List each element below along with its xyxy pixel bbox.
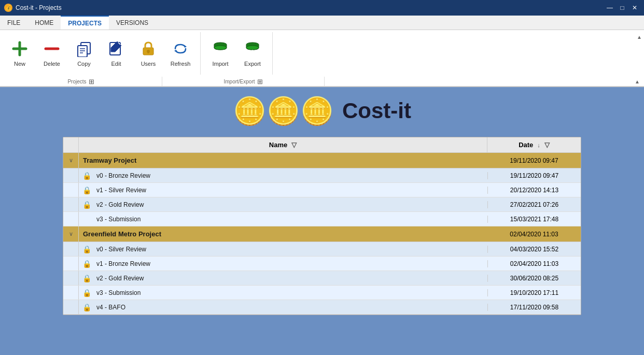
main-area: 🪙🪙🪙 Cost-it Name ▽ Date ↓ ▽ ∨ Tramway Pr… [0, 87, 644, 354]
import-button[interactable]: Import [205, 37, 236, 70]
ribbon-group-importexport: Import Export [201, 32, 273, 75]
table-row[interactable]: 🔒 v2 - Gold Review 30/06/2020 08:25 [63, 271, 581, 286]
export-icon [244, 40, 261, 59]
logo-icon: 🪙🪙🪙 [233, 97, 334, 124]
ribbon: New Delete [0, 30, 644, 87]
table-row[interactable]: 🔒 v1 - Silver Review 20/12/2020 14:13 [63, 183, 581, 197]
edit-icon [108, 40, 124, 59]
import-icon [212, 40, 229, 59]
table-row[interactable]: 🔒 v0 - Silver Review 04/03/2020 15:52 [63, 242, 581, 257]
gf-v2-name: v2 - Gold Review [94, 275, 487, 282]
greenfield-date: 02/04/2020 11:03 [487, 231, 581, 238]
lock-icon: 🔒 [79, 201, 94, 209]
maximize-button[interactable]: □ [617, 3, 627, 13]
table-row[interactable]: 🔒 v1 - Bronze Review 02/04/2020 11:03 [63, 257, 581, 271]
gf-v1-expand [63, 257, 79, 271]
svg-marker-21 [250, 50, 255, 52]
v3-expand [63, 212, 79, 226]
delete-label: Delete [44, 61, 60, 67]
title-bar-text: Cost-it - Projects [16, 4, 62, 11]
gf-v3-name: v3 - Submission [94, 289, 487, 296]
tramway-v3-date: 15/03/2021 17:48 [487, 216, 581, 223]
refresh-icon [172, 40, 189, 59]
ribbon-footer-importexport-expand[interactable]: ⊞ [257, 78, 263, 86]
table-header: Name ▽ Date ↓ ▽ [63, 137, 581, 153]
lock-icon: 🔒 [79, 274, 94, 282]
gf-v3-date: 19/10/2020 17:11 [487, 289, 581, 296]
table-row[interactable]: v3 - Submission 15/03/2021 17:48 [63, 212, 581, 226]
tramway-expand[interactable]: ∨ [63, 153, 79, 168]
import-label: Import [212, 61, 228, 67]
gf-v3-expand [63, 286, 79, 300]
gf-v2-date: 30/06/2020 08:25 [487, 275, 581, 282]
lock-icon: 🔒 [79, 260, 94, 268]
table-row[interactable]: 🔒 v2 - Gold Review 27/02/2021 07:26 [63, 197, 581, 212]
table-row[interactable]: 🔒 v0 - Bronze Review 19/11/2020 09:47 [63, 168, 581, 183]
tramway-v1-date: 20/12/2020 14:13 [487, 187, 581, 194]
new-button[interactable]: New [4, 37, 35, 70]
svg-marker-17 [218, 53, 223, 56]
ribbon-group-projects: New Delete [0, 32, 201, 75]
project-row-greenfield[interactable]: ∨ Greenfield Metro Project 02/04/2020 11… [63, 226, 581, 242]
copy-label: Copy [77, 61, 91, 67]
table-row[interactable]: 🔒 v4 - BAFO 17/11/2020 09:58 [63, 300, 581, 315]
gf-v4-expand [63, 300, 79, 314]
tramway-date: 19/11/2020 09:47 [487, 157, 581, 164]
greenfield-expand[interactable]: ∨ [63, 226, 79, 242]
lock-icon: 🔒 [79, 172, 94, 180]
minimize-button[interactable]: — [605, 3, 615, 13]
ribbon-footer-projects-expand[interactable]: ⊞ [89, 78, 94, 86]
ribbon-footer-projects: projects ⊞ [0, 77, 162, 86]
export-button[interactable]: Export [237, 37, 268, 70]
refresh-button[interactable]: Refresh [165, 37, 196, 70]
logo-text: Cost-it [342, 98, 411, 123]
delete-button[interactable]: Delete [36, 37, 67, 70]
users-button[interactable]: Users [133, 37, 164, 70]
edit-button[interactable]: Edit [101, 37, 132, 70]
tramway-v1-name: v1 - Silver Review [94, 187, 487, 194]
ribbon-footer-importexport-label: Import/Export [223, 79, 255, 84]
ribbon-collapse-button[interactable]: ▲ [637, 34, 642, 40]
app-icon: 💰 [4, 4, 12, 12]
lock-icon: 🔒 [79, 303, 94, 311]
gf-v4-name: v4 - BAFO [94, 304, 487, 311]
date-filter-icon[interactable]: ▽ [544, 141, 550, 149]
table-row[interactable]: 🔒 v3 - Submission 19/10/2020 17:11 [63, 286, 581, 300]
close-button[interactable]: ✕ [629, 3, 640, 13]
ribbon-collapse-btn-right[interactable]: ▲ [635, 79, 640, 84]
menu-versions[interactable]: VERSIONS [109, 16, 156, 30]
menu-home[interactable]: HOME [27, 16, 61, 30]
project-row-tramway[interactable]: ∨ Tramway Project 19/11/2020 09:47 [63, 153, 581, 168]
menu-bar: FILE HOME PROJECTS VERSIONS [0, 16, 644, 30]
gf-v1-date: 02/04/2020 11:03 [487, 260, 581, 267]
delete-icon [44, 40, 60, 59]
copy-button[interactable]: Copy [68, 37, 100, 70]
gf-v2-expand [63, 271, 79, 285]
export-label: Export [244, 61, 261, 67]
tramway-v3-name: v3 - Submission [94, 216, 487, 223]
tramway-v2-name: v2 - Gold Review [94, 201, 487, 208]
logo-area: 🪙🪙🪙 Cost-it [233, 97, 411, 124]
edit-label: Edit [111, 61, 121, 67]
menu-projects[interactable]: PROJECTS [61, 16, 109, 30]
name-filter-icon[interactable]: ▽ [291, 141, 297, 149]
gf-v0-expand [63, 242, 79, 256]
copy-icon [76, 40, 92, 59]
tramway-v2-date: 27/02/2021 07:26 [487, 201, 581, 208]
users-icon [140, 40, 157, 59]
tramway-name: Tramway Project [79, 157, 487, 164]
v0-expand [63, 168, 79, 182]
gf-v0-name: v0 - Silver Review [94, 246, 487, 253]
new-label: New [14, 61, 25, 67]
th-date: Date ↓ ▽ [487, 137, 581, 152]
projects-table: Name ▽ Date ↓ ▽ ∨ Tramway Project 19/11/… [63, 137, 581, 315]
ribbon-footer: projects ⊞ Import/Export ⊞ ▲ [0, 77, 644, 86]
menu-file[interactable]: FILE [0, 16, 27, 30]
lock-icon: 🔒 [79, 186, 94, 194]
title-bar: 💰 Cost-it - Projects — □ ✕ [0, 0, 644, 16]
refresh-label: Refresh [171, 61, 191, 67]
date-sort-icon[interactable]: ↓ [537, 142, 540, 148]
gf-v1-name: v1 - Bronze Review [94, 260, 487, 267]
lock-icon: 🔒 [79, 245, 94, 253]
gf-v0-date: 04/03/2020 15:52 [487, 246, 581, 253]
